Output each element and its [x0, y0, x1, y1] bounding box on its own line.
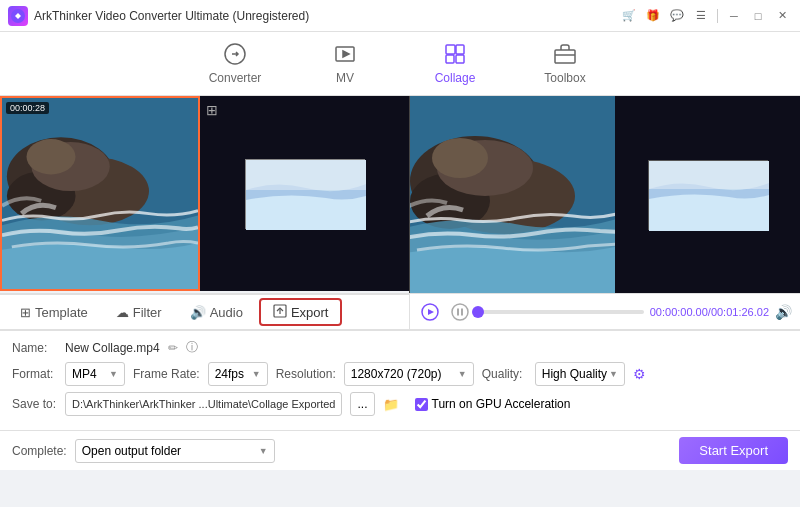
tabs-bar: ⊞ Template ☁ Filter 🔊 Audio Ex: [0, 294, 410, 330]
start-export-button[interactable]: Start Export: [679, 437, 788, 464]
svg-rect-30: [457, 308, 459, 315]
separator: [717, 9, 718, 23]
time-badge: 00:00:28: [6, 102, 49, 114]
quality-select[interactable]: High Quality ▼: [535, 362, 625, 386]
export-label: Export: [291, 305, 329, 320]
framerate-value: 24fps: [215, 367, 244, 381]
complete-section: Complete: Open output folder ▼: [12, 439, 275, 463]
save-path-value: D:\ArkThinker\ArkThinker ...Ultimate\Col…: [72, 398, 335, 410]
left-video-section: 00:00:28: [0, 96, 410, 293]
title-bar-right: 🛒 🎁 💬 ☰ ─ □ ✕: [619, 6, 792, 26]
svg-rect-24: [649, 161, 769, 189]
collage-label: Collage: [435, 71, 476, 85]
maximize-button[interactable]: □: [748, 6, 768, 26]
resolution-arrow: ▼: [458, 369, 467, 379]
preview-right[interactable]: [615, 96, 800, 293]
video-area: 00:00:28: [0, 96, 800, 293]
close-button[interactable]: ✕: [772, 6, 792, 26]
template-label: Template: [35, 305, 88, 320]
name-row: Name: New Collage.mp4 ✏ ⓘ: [12, 339, 788, 356]
tabs-transport-row: ⊞ Template ☁ Filter 🔊 Audio Ex: [0, 293, 800, 331]
cart-icon[interactable]: 🛒: [619, 6, 639, 26]
tab-filter[interactable]: ☁ Filter: [104, 298, 174, 326]
save-path-input[interactable]: D:\ArkThinker\ArkThinker ...Ultimate\Col…: [65, 392, 342, 416]
folder-icon[interactable]: 📁: [383, 397, 399, 412]
svg-rect-3: [446, 45, 455, 54]
mv-icon: [333, 42, 357, 69]
gpu-checkbox[interactable]: [415, 398, 428, 411]
collage-icon: [443, 42, 467, 69]
title-bar-left: ArkThinker Video Converter Ultimate (Unr…: [8, 6, 309, 26]
saveto-row: Save to: D:\ArkThinker\ArkThinker ...Ult…: [12, 392, 788, 416]
svg-point-29: [452, 304, 468, 320]
bottom-panel: ⊞ Template ☁ Filter 🔊 Audio Ex: [0, 293, 800, 507]
top-nav: Converter MV Collage: [0, 32, 800, 96]
svg-rect-5: [446, 55, 454, 63]
tab-export[interactable]: Export: [259, 298, 343, 326]
progress-handle[interactable]: [472, 306, 484, 318]
framerate-select[interactable]: 24fps ▼: [208, 362, 268, 386]
right-video-section: [410, 96, 800, 293]
preview-left[interactable]: [410, 96, 615, 293]
nav-mv[interactable]: MV: [310, 38, 380, 89]
inner-thumbnail: [245, 159, 365, 229]
pause-button[interactable]: [448, 300, 472, 324]
tab-audio[interactable]: 🔊 Audio: [178, 298, 255, 326]
saveto-label: Save to:: [12, 397, 57, 411]
svg-rect-7: [555, 50, 575, 63]
title-bar: ArkThinker Video Converter Ultimate (Unr…: [0, 0, 800, 32]
template-icon: ⊞: [20, 305, 31, 320]
gear-button[interactable]: ⚙: [633, 366, 646, 382]
preview-inner-thumbnail: [648, 160, 768, 230]
format-select[interactable]: MP4 ▼: [65, 362, 125, 386]
converter-icon: [223, 42, 247, 69]
complete-select[interactable]: Open output folder ▼: [75, 439, 275, 463]
format-value: MP4: [72, 367, 97, 381]
svg-rect-4: [456, 45, 464, 54]
filter-icon: ☁: [116, 305, 129, 320]
toolbox-icon: [553, 42, 577, 69]
toolbox-label: Toolbox: [544, 71, 585, 85]
converter-label: Converter: [209, 71, 262, 85]
right-editor-cell[interactable]: ⊞: [200, 96, 409, 291]
volume-button[interactable]: 🔊: [775, 304, 792, 320]
grid-icon: ⊞: [206, 102, 218, 118]
format-arrow: ▼: [109, 369, 118, 379]
time-display: 00:00:00.00/00:01:26.02: [650, 306, 769, 318]
settings-panel: Name: New Collage.mp4 ✏ ⓘ Format: MP4 ▼ …: [0, 331, 800, 430]
format-label: Format:: [12, 367, 57, 381]
play-button[interactable]: [418, 300, 442, 324]
app-title: ArkThinker Video Converter Ultimate (Unr…: [34, 9, 309, 23]
nav-toolbox[interactable]: Toolbox: [530, 38, 600, 89]
message-icon[interactable]: 💬: [667, 6, 687, 26]
progress-bar[interactable]: [478, 310, 644, 314]
dots-label: ...: [357, 397, 367, 411]
bottom-bar: Complete: Open output folder ▼ Start Exp…: [0, 430, 800, 470]
app-icon: [8, 6, 28, 26]
svg-rect-6: [456, 55, 464, 63]
svg-point-22: [432, 138, 488, 178]
left-video-cell[interactable]: 00:00:28: [0, 96, 200, 291]
framerate-label: Frame Rate:: [133, 367, 200, 381]
audio-icon: 🔊: [190, 305, 206, 320]
framerate-arrow: ▼: [252, 369, 261, 379]
tab-template[interactable]: ⊞ Template: [8, 298, 100, 326]
mv-label: MV: [336, 71, 354, 85]
nav-converter[interactable]: Converter: [200, 38, 270, 89]
svg-rect-16: [246, 160, 366, 190]
svg-point-14: [27, 139, 76, 174]
dots-button[interactable]: ...: [350, 392, 374, 416]
edit-name-icon[interactable]: ✏: [168, 341, 178, 355]
format-row: Format: MP4 ▼ Frame Rate: 24fps ▼ Resolu…: [12, 362, 788, 386]
svg-rect-31: [461, 308, 463, 315]
gift-icon[interactable]: 🎁: [643, 6, 663, 26]
resolution-select[interactable]: 1280x720 (720p) ▼: [344, 362, 474, 386]
audio-label: Audio: [210, 305, 243, 320]
svg-marker-28: [428, 309, 434, 315]
menu-icon[interactable]: ☰: [691, 6, 711, 26]
complete-label: Complete:: [12, 444, 67, 458]
info-icon[interactable]: ⓘ: [186, 339, 198, 356]
nav-collage[interactable]: Collage: [420, 38, 490, 89]
quality-label: Quality:: [482, 367, 527, 381]
minimize-button[interactable]: ─: [724, 6, 744, 26]
